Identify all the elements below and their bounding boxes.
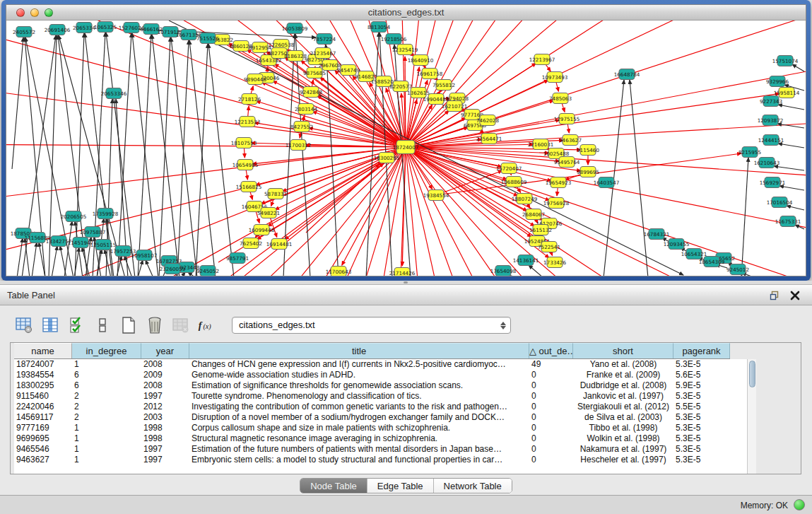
- table-select-dropdown[interactable]: citations_edges.txt: [232, 317, 511, 334]
- graph-node[interactable]: 16053809: [282, 23, 308, 34]
- graph-node[interactable]: 9463627: [559, 135, 582, 146]
- column-header-short[interactable]: short: [573, 343, 673, 358]
- table-row[interactable]: 1830029562008Estimation of significance …: [14, 380, 730, 391]
- graph-node[interactable]: 15751074: [772, 56, 799, 66]
- graph-node[interactable]: 23564471: [476, 134, 502, 144]
- column-header-out_de[interactable]: △ out_de…: [529, 343, 573, 358]
- graph-node[interactable]: 7857224: [313, 34, 336, 45]
- column-header-pagerank[interactable]: pagerank: [673, 343, 730, 358]
- table-row[interactable]: 946554611997Estimation of the future num…: [14, 444, 730, 455]
- graph-node[interactable]: 2803144: [295, 104, 317, 115]
- table-row[interactable]: 1938455462009Genome-wide association stu…: [14, 370, 730, 380]
- graph-node[interactable]: 8813054: [367, 22, 390, 33]
- scrollbar-thumb[interactable]: [749, 361, 755, 387]
- show-column-button[interactable]: [40, 315, 60, 335]
- graph-node[interactable]: 17359928: [93, 209, 119, 219]
- graph-node[interactable]: 20206505: [61, 211, 87, 222]
- graph-node[interactable]: 8215955: [739, 147, 761, 158]
- graph-node[interactable]: 5498221: [257, 208, 280, 218]
- graph-node[interactable]: 9245012: [726, 264, 749, 275]
- column-header-name[interactable]: name: [14, 343, 72, 358]
- column-header-title[interactable]: title: [189, 343, 529, 358]
- graph-node[interactable]: 12213533: [235, 117, 261, 127]
- graph-node[interactable]: 11700643: [326, 267, 352, 276]
- graph-node[interactable]: 16403547: [594, 177, 620, 188]
- graph-node[interactable]: 22160031: [528, 139, 554, 150]
- graph-node[interactable]: 2684067: [522, 209, 545, 220]
- delete-column-button[interactable]: [145, 315, 165, 335]
- new-column-button[interactable]: [119, 315, 139, 335]
- graph-node[interactable]: 16099448: [249, 225, 275, 235]
- graph-node[interactable]: 10654321: [681, 249, 707, 259]
- graph-node[interactable]: 9242848: [300, 87, 322, 98]
- table-row[interactable]: 1456911722003Disruption of a novel membe…: [14, 412, 730, 423]
- window-titlebar[interactable]: citations_edges.txt: [6, 5, 806, 21]
- graph-node[interactable]: 9857791: [226, 253, 249, 264]
- graph-node[interactable]: 7485063: [549, 93, 572, 104]
- table-row[interactable]: 946362711997Embryonic stem cells: a mode…: [14, 455, 730, 465]
- graph-node[interactable]: 8427552: [290, 122, 313, 132]
- graph-node[interactable]: 21714426: [389, 268, 416, 276]
- graph-node[interactable]: 20691406: [45, 25, 71, 35]
- graph-node[interactable]: 10654985: [233, 160, 259, 170]
- graph-node[interactable]: 16914481: [266, 239, 293, 250]
- graph-node[interactable]: 7625402: [240, 238, 262, 249]
- function-builder-button[interactable]: f (x): [197, 315, 217, 335]
- table-row[interactable]: 969969511998Structural magnetic resonanc…: [14, 433, 730, 444]
- select-columns-button[interactable]: [66, 315, 86, 335]
- graph-node[interactable]: 9115460: [577, 145, 599, 156]
- graph-node[interactable]: 2065334: [73, 23, 95, 33]
- graph-node[interactable]: 18724007: [393, 141, 419, 154]
- graph-node[interactable]: 7462028: [476, 115, 499, 126]
- graph-node[interactable]: 1065325: [94, 22, 117, 33]
- graph-node[interactable]: 12325419: [392, 45, 418, 55]
- graph-node[interactable]: 14136141: [513, 255, 539, 266]
- graph-node[interactable]: 18640910: [408, 55, 434, 66]
- close-panel-button[interactable]: [789, 288, 804, 303]
- table-row[interactable]: 2242004622012Investigating the contribut…: [14, 402, 730, 412]
- svg-text:9875685: 9875685: [303, 70, 326, 76]
- network-canvas[interactable]: 7663822886012889129541654338222260538982…: [6, 21, 806, 276]
- delete-table-button[interactable]: [171, 315, 191, 335]
- graph-node[interactable]: 16961758: [417, 69, 443, 79]
- table-mode-button[interactable]: [14, 315, 34, 335]
- tab-edge-table[interactable]: Edge Table: [367, 479, 434, 493]
- graph-node[interactable]: 12093455: [664, 239, 690, 250]
- graph-node[interactable]: 19654923: [546, 177, 572, 188]
- graph-node[interactable]: 9227343: [760, 96, 782, 107]
- graph-node[interactable]: 11675331: [775, 216, 801, 227]
- graph-node[interactable]: 18654309: [699, 257, 725, 267]
- table-vertical-scrollbar[interactable]: [747, 359, 756, 474]
- graph-node[interactable]: 17654098: [490, 266, 517, 276]
- table-row[interactable]: 977716911998Corpus callosum shape and si…: [14, 423, 730, 433]
- table-row[interactable]: 911546021997Tourette syndrome. Phenomeno…: [14, 391, 730, 402]
- column-header-in_degree[interactable]: in_degree: [72, 343, 141, 358]
- table-row[interactable]: 1872400712008Changes of HCN gene express…: [14, 359, 730, 370]
- graph-node[interactable]: 16784321: [644, 229, 670, 240]
- graph-node[interactable]: 95495764: [554, 157, 580, 168]
- graph-node[interactable]: 15166825: [236, 182, 262, 192]
- graph-node[interactable]: 2405572: [13, 27, 35, 37]
- graph-node[interactable]: 7522541: [538, 242, 560, 252]
- graph-node[interactable]: 18300295: [374, 153, 400, 163]
- graph-node[interactable]: 5878331: [264, 189, 287, 199]
- column-header-year[interactable]: year: [141, 343, 189, 358]
- float-panel-button[interactable]: [768, 288, 782, 303]
- tab-network-table[interactable]: Network Table: [434, 479, 512, 493]
- graph-node[interactable]: 1733426: [543, 257, 566, 268]
- graph-node[interactable]: 10958107: [131, 250, 158, 261]
- graph-node[interactable]: 9875685: [303, 68, 326, 78]
- graph-node[interactable]: 18807249: [512, 194, 538, 204]
- graph-node[interactable]: 8186328: [284, 51, 307, 62]
- graph-node[interactable]: 20653346: [101, 88, 127, 99]
- graph-node[interactable]: 19384554: [423, 190, 449, 201]
- graph-node[interactable]: 9899695: [577, 167, 599, 177]
- row-height-button[interactable]: [93, 315, 112, 335]
- graph-node[interactable]: 7955812: [433, 80, 455, 90]
- graph-node[interactable]: 9245052: [196, 266, 219, 276]
- graph-node[interactable]: 1615132: [529, 225, 552, 235]
- graph-node[interactable]: 12213967: [529, 54, 555, 65]
- tab-node-table[interactable]: Node Table: [300, 479, 367, 493]
- graph-node[interactable]: 19756928: [543, 198, 570, 209]
- graph-node[interactable]: 2718126: [238, 94, 261, 105]
